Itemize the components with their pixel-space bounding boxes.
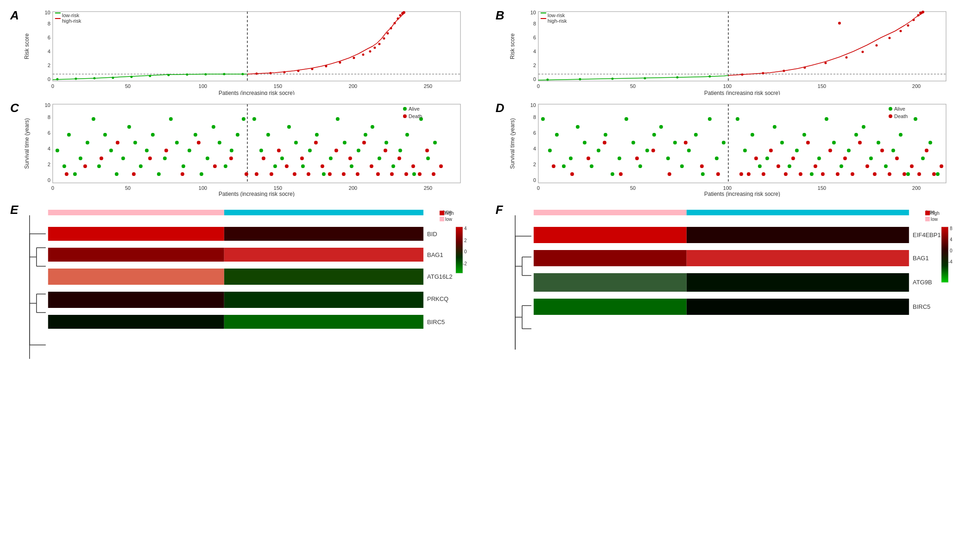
svg-point-262 bbox=[795, 149, 798, 152]
svg-point-170 bbox=[83, 164, 87, 168]
svg-point-178 bbox=[213, 164, 217, 168]
svg-point-271 bbox=[861, 125, 865, 129]
svg-text:100: 100 bbox=[199, 185, 207, 191]
svg-rect-354 bbox=[456, 227, 463, 273]
svg-text:-2: -2 bbox=[463, 261, 467, 266]
svg-point-29 bbox=[269, 72, 272, 75]
svg-point-21 bbox=[130, 76, 133, 78]
svg-point-287 bbox=[635, 157, 639, 160]
svg-point-88 bbox=[921, 11, 924, 13]
svg-point-207 bbox=[439, 164, 443, 168]
svg-rect-359 bbox=[440, 211, 444, 215]
svg-point-71 bbox=[644, 77, 646, 80]
svg-text:2: 2 bbox=[533, 63, 536, 68]
type-bar-high-e bbox=[224, 210, 424, 215]
svg-point-152 bbox=[322, 172, 326, 176]
svg-text:Patients (increasing risk socr: Patients (increasing risk socre) bbox=[704, 191, 780, 197]
svg-point-144 bbox=[266, 133, 270, 137]
svg-text:4: 4 bbox=[48, 146, 51, 151]
svg-point-146 bbox=[280, 157, 284, 160]
svg-point-240 bbox=[631, 141, 635, 144]
svg-text:ATG9B: ATG9B bbox=[912, 279, 932, 286]
panel-b-label: B bbox=[496, 8, 505, 23]
svg-point-115 bbox=[86, 141, 89, 144]
svg-point-124 bbox=[139, 164, 143, 168]
svg-point-205 bbox=[425, 149, 429, 152]
svg-rect-50 bbox=[55, 18, 61, 19]
svg-point-68 bbox=[546, 79, 549, 81]
svg-point-147 bbox=[287, 125, 291, 129]
panel-f: F type EIF4EBP1 BAG1 bbox=[490, 199, 976, 370]
svg-point-283 bbox=[570, 172, 574, 176]
svg-text:6: 6 bbox=[533, 35, 536, 40]
svg-text:2: 2 bbox=[533, 162, 536, 167]
svg-point-247 bbox=[680, 164, 683, 168]
svg-point-45 bbox=[399, 14, 401, 17]
svg-point-233 bbox=[582, 141, 586, 144]
svg-point-316 bbox=[910, 164, 913, 168]
svg-text:150: 150 bbox=[274, 185, 282, 191]
svg-point-308 bbox=[850, 172, 854, 176]
svg-rect-382 bbox=[686, 273, 909, 292]
svg-point-266 bbox=[824, 117, 828, 121]
svg-point-199 bbox=[384, 149, 387, 152]
svg-point-252 bbox=[714, 157, 718, 160]
svg-point-17 bbox=[56, 78, 58, 81]
svg-point-251 bbox=[708, 117, 711, 121]
svg-point-285 bbox=[602, 141, 606, 144]
svg-text:8: 8 bbox=[949, 226, 952, 231]
svg-point-44 bbox=[397, 18, 399, 20]
svg-point-307 bbox=[843, 157, 847, 160]
svg-point-33 bbox=[325, 65, 327, 68]
svg-point-28 bbox=[255, 73, 258, 75]
svg-point-269 bbox=[847, 149, 850, 152]
svg-text:200: 200 bbox=[349, 185, 357, 191]
svg-text:4: 4 bbox=[533, 146, 536, 151]
svg-point-177 bbox=[197, 141, 201, 144]
svg-point-267 bbox=[832, 141, 835, 144]
svg-text:low: low bbox=[445, 217, 453, 222]
svg-point-120 bbox=[115, 172, 119, 176]
svg-point-243 bbox=[652, 133, 656, 137]
panel-d-chart: 0 2 4 6 8 10 0 50 100 150 200 Patients (… bbox=[493, 100, 974, 197]
svg-text:100: 100 bbox=[723, 83, 731, 89]
svg-point-167 bbox=[426, 157, 430, 160]
svg-point-36 bbox=[362, 54, 364, 56]
svg-text:Risk score: Risk score bbox=[24, 33, 30, 59]
svg-point-183 bbox=[270, 172, 273, 176]
svg-point-227 bbox=[541, 117, 544, 121]
svg-rect-342 bbox=[48, 248, 224, 262]
svg-point-118 bbox=[103, 133, 107, 137]
svg-point-291 bbox=[700, 164, 703, 168]
svg-point-279 bbox=[921, 157, 924, 160]
svg-rect-378 bbox=[533, 250, 686, 266]
svg-text:Patients (increasing risk socr: Patients (increasing risk socre) bbox=[219, 191, 295, 197]
svg-point-89 bbox=[838, 22, 841, 25]
svg-text:6: 6 bbox=[48, 130, 51, 136]
svg-text:8: 8 bbox=[533, 21, 536, 26]
svg-point-171 bbox=[100, 157, 103, 160]
svg-rect-352 bbox=[224, 315, 424, 329]
svg-point-256 bbox=[750, 133, 754, 137]
svg-point-136 bbox=[212, 125, 215, 129]
svg-text:Death: Death bbox=[894, 113, 907, 119]
svg-point-181 bbox=[255, 172, 259, 176]
svg-text:2: 2 bbox=[48, 162, 51, 167]
svg-point-314 bbox=[895, 157, 898, 160]
svg-text:low-risk: low-risk bbox=[62, 13, 80, 18]
svg-point-82 bbox=[888, 37, 891, 39]
panel-a: A 0 2 4 6 8 10 0 50 100 150 200 250 Pati… bbox=[5, 5, 490, 97]
svg-text:Survival time (years): Survival time (years) bbox=[24, 118, 30, 169]
svg-text:0: 0 bbox=[51, 83, 54, 89]
svg-text:50: 50 bbox=[125, 83, 131, 89]
svg-point-155 bbox=[343, 141, 347, 144]
panel-b: B 0 2 4 6 8 10 0 50 100 150 200 Patients… bbox=[490, 5, 976, 97]
svg-text:0: 0 bbox=[533, 76, 536, 82]
panel-e-heatmap: type BID BAG1 ATG16L2 PRKCQ BIRC5 bbox=[7, 201, 488, 368]
svg-point-131 bbox=[182, 164, 185, 168]
svg-point-272 bbox=[869, 157, 873, 160]
svg-point-86 bbox=[917, 14, 919, 17]
svg-text:0: 0 bbox=[949, 248, 952, 253]
svg-text:6: 6 bbox=[533, 130, 536, 136]
svg-point-299 bbox=[784, 172, 787, 176]
